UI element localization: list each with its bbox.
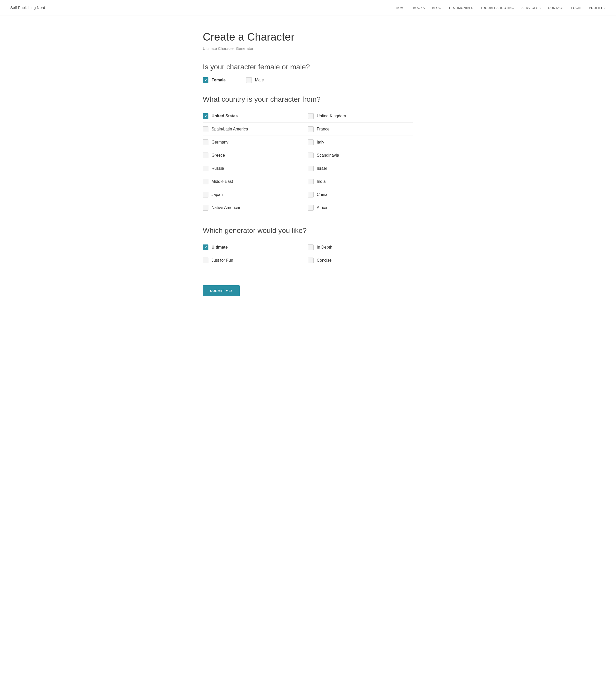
checkbox-israel[interactable] xyxy=(308,166,314,171)
country-label-scandinavia: Scandinavia xyxy=(317,153,339,158)
country-option-russia[interactable]: Russia xyxy=(203,162,308,175)
country-option-germany[interactable]: Germany xyxy=(203,136,308,149)
nav-item-troubleshooting[interactable]: Troubleshooting xyxy=(481,5,514,10)
checkbox-spain[interactable] xyxy=(203,126,209,132)
checkbox-concise[interactable] xyxy=(308,258,314,263)
generator-option-ultimate[interactable]: Ultimate xyxy=(203,241,308,254)
generator-option-concise[interactable]: Concise xyxy=(308,254,413,267)
country-option-middle-east[interactable]: Middle East xyxy=(203,175,308,188)
generator-option-in-depth[interactable]: In Depth xyxy=(308,241,413,254)
checkbox-female[interactable] xyxy=(203,77,209,83)
nav-item-home[interactable]: Home xyxy=(396,5,406,10)
main-content: Create a Character Ultimate Character Ge… xyxy=(192,15,424,317)
gender-section: Is your character female or male? Female… xyxy=(203,63,413,83)
checkbox-middle-east[interactable] xyxy=(203,179,209,184)
gender-option-male[interactable]: Male xyxy=(246,77,264,83)
country-options: United States United Kingdom Spain/Latin… xyxy=(203,110,413,214)
country-option-italy[interactable]: Italy xyxy=(308,136,413,149)
checkbox-ultimate[interactable] xyxy=(203,245,209,250)
checkbox-just-for-fun[interactable] xyxy=(203,258,209,263)
checkbox-greece[interactable] xyxy=(203,153,209,158)
nav-item-services[interactable]: Services xyxy=(522,5,541,10)
country-option-scandinavia[interactable]: Scandinavia xyxy=(308,149,413,162)
checkbox-france[interactable] xyxy=(308,126,314,132)
generator-label-concise: Concise xyxy=(317,258,332,263)
country-label-france: France xyxy=(317,127,330,131)
country-label-china: China xyxy=(317,192,327,197)
country-option-native-american[interactable]: Native American xyxy=(203,201,308,214)
country-label-italy: Italy xyxy=(317,140,324,145)
country-option-uk[interactable]: United Kingdom xyxy=(308,110,413,123)
nav-link-troubleshooting[interactable]: Troubleshooting xyxy=(481,6,514,10)
submit-button[interactable]: SUBMIT ME! xyxy=(203,285,240,296)
generator-section: Which generator would you like? Ultimate… xyxy=(203,226,413,267)
page-subtitle: Ultimate Character Generator xyxy=(203,46,413,51)
country-option-india[interactable]: India xyxy=(308,175,413,188)
country-label-india: India xyxy=(317,179,326,184)
country-label-uk: United Kingdom xyxy=(317,114,346,118)
nav-link-books[interactable]: Books xyxy=(413,6,425,10)
nav-link-testimonials[interactable]: Testimonials xyxy=(448,6,473,10)
generator-label-just-for-fun: Just for Fun xyxy=(212,258,233,263)
country-label-spain: Spain/Latin America xyxy=(212,127,248,131)
country-label-middle-east: Middle East xyxy=(212,179,233,184)
checkbox-russia[interactable] xyxy=(203,166,209,171)
gender-label-male: Male xyxy=(255,78,264,82)
checkbox-china[interactable] xyxy=(308,192,314,197)
nav-item-blog[interactable]: Blog xyxy=(432,5,441,10)
checkbox-italy[interactable] xyxy=(308,140,314,145)
nav-links: Home Books Blog Testimonials Troubleshoo… xyxy=(396,5,606,10)
generator-option-just-for-fun[interactable]: Just for Fun xyxy=(203,254,308,267)
checkbox-us[interactable] xyxy=(203,113,209,119)
country-option-israel[interactable]: Israel xyxy=(308,162,413,175)
country-option-china[interactable]: China xyxy=(308,188,413,201)
checkbox-male[interactable] xyxy=(246,77,252,83)
country-label-russia: Russia xyxy=(212,166,224,171)
country-option-africa[interactable]: Africa xyxy=(308,201,413,214)
generator-label-ultimate: Ultimate xyxy=(212,245,228,250)
checkbox-africa[interactable] xyxy=(308,205,314,211)
checkbox-scandinavia[interactable] xyxy=(308,153,314,158)
checkbox-japan[interactable] xyxy=(203,192,209,197)
nav-item-profile[interactable]: Profile xyxy=(589,5,606,10)
generator-options: Ultimate In Depth Just for Fun Concise xyxy=(203,241,413,267)
gender-option-female[interactable]: Female xyxy=(203,77,226,83)
country-label-israel: Israel xyxy=(317,166,327,171)
nav-link-services[interactable]: Services xyxy=(522,6,541,10)
country-label-greece: Greece xyxy=(212,153,225,158)
country-label-us: United States xyxy=(212,114,238,118)
site-brand[interactable]: Self Publishing Nerd xyxy=(10,5,45,10)
nav-item-testimonials[interactable]: Testimonials xyxy=(448,5,473,10)
page-title: Create a Character xyxy=(203,31,413,43)
checkbox-india[interactable] xyxy=(308,179,314,184)
nav-link-contact[interactable]: Contact xyxy=(548,6,564,10)
nav-link-home[interactable]: Home xyxy=(396,6,406,10)
main-nav: Self Publishing Nerd Home Books Blog Tes… xyxy=(0,0,616,15)
checkbox-in-depth[interactable] xyxy=(308,245,314,250)
nav-link-profile[interactable]: Profile xyxy=(589,6,606,10)
country-label-japan: Japan xyxy=(212,192,223,197)
country-option-france[interactable]: France xyxy=(308,123,413,136)
country-option-greece[interactable]: Greece xyxy=(203,149,308,162)
checkbox-uk[interactable] xyxy=(308,113,314,119)
generator-label-in-depth: In Depth xyxy=(317,245,332,250)
nav-item-books[interactable]: Books xyxy=(413,5,425,10)
nav-item-login[interactable]: Login xyxy=(571,5,581,10)
country-section-title: What country is your character from? xyxy=(203,95,413,104)
country-label-germany: Germany xyxy=(212,140,228,145)
country-option-japan[interactable]: Japan xyxy=(203,188,308,201)
gender-section-title: Is your character female or male? xyxy=(203,63,413,71)
gender-label-female: Female xyxy=(212,78,226,82)
country-option-spain[interactable]: Spain/Latin America xyxy=(203,123,308,136)
nav-link-blog[interactable]: Blog xyxy=(432,6,441,10)
country-option-us[interactable]: United States xyxy=(203,110,308,123)
gender-options: Female Male xyxy=(203,77,413,83)
nav-item-contact[interactable]: Contact xyxy=(548,5,564,10)
checkbox-germany[interactable] xyxy=(203,140,209,145)
country-label-africa: Africa xyxy=(317,206,327,210)
country-section: What country is your character from? Uni… xyxy=(203,95,413,214)
nav-link-login[interactable]: Login xyxy=(571,6,581,10)
country-label-native-american: Native American xyxy=(212,206,242,210)
generator-section-title: Which generator would you like? xyxy=(203,226,413,235)
checkbox-native-american[interactable] xyxy=(203,205,209,211)
